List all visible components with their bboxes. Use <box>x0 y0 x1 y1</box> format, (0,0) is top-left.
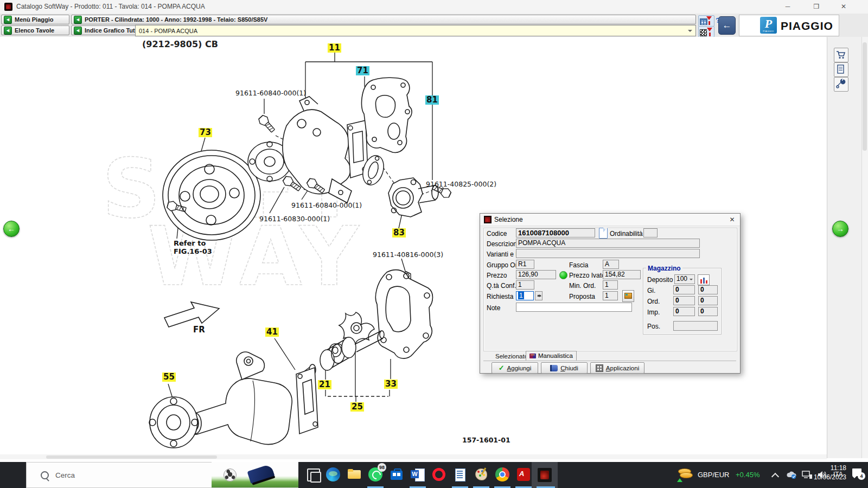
imp-field-2[interactable]: 0 <box>698 307 718 316</box>
taskbar-acrobat-icon[interactable]: A <box>516 467 531 481</box>
pos-field[interactable] <box>673 321 718 331</box>
ord-field-2[interactable]: 0 <box>698 296 718 305</box>
callout-55[interactable]: 55 <box>162 373 176 382</box>
taskbar-word-icon[interactable]: W <box>411 467 425 481</box>
previous-table-button[interactable]: ← <box>3 221 20 237</box>
tab-manualistica[interactable]: Manualistica <box>526 351 577 361</box>
descrizione-field[interactable]: POMPA ACQUA <box>516 239 700 248</box>
taskbar-notes-icon[interactable] <box>453 467 467 481</box>
parts-tools-button[interactable] <box>834 77 848 92</box>
filter-table-button[interactable] <box>698 15 714 27</box>
refer-note-line2: FIG.16-03 <box>174 247 212 255</box>
ordinabilita-field[interactable] <box>643 228 658 237</box>
gi-field-2[interactable]: 0 <box>698 285 718 294</box>
ticker-change[interactable]: +0.45% <box>736 471 760 479</box>
onedrive-cloud-icon[interactable] <box>786 471 797 479</box>
chiudi-button[interactable]: Chiudi <box>541 362 588 374</box>
callout-83[interactable]: 83 <box>392 228 406 237</box>
chevron-down-icon <box>688 30 692 34</box>
task-view-button[interactable] <box>307 468 320 481</box>
deposito-label: Deposito <box>647 276 673 284</box>
taskbar-opera-icon[interactable] <box>432 467 446 481</box>
navigation-toolbar: ◄ Menù Piaggio ◄ Elenco Tavole ◄ PORTER … <box>0 14 868 37</box>
tray-clock-time[interactable]: 11:18 <box>803 464 846 472</box>
brand-panel: P PIAGGIO PIAGGIO <box>739 15 839 36</box>
document-list-button[interactable] <box>834 62 848 77</box>
callout-21[interactable]: 21 <box>318 380 331 389</box>
brand-name: PIAGGIO <box>781 20 833 33</box>
cart-button[interactable] <box>834 48 848 62</box>
notification-center-icon[interactable]: 4 <box>852 467 865 480</box>
filter-icon <box>706 16 712 23</box>
callout-11[interactable]: 11 <box>328 43 341 53</box>
search-highlight-image[interactable] <box>212 462 298 487</box>
prezzo-ivato-field[interactable]: 154,82 <box>603 270 641 279</box>
aggiungi-button[interactable]: ✓ Aggiungi <box>492 362 538 374</box>
back-arrow-button[interactable]: ← <box>718 16 736 35</box>
horizontal-scrollbar-thumb[interactable] <box>46 455 217 459</box>
tab-selezionato[interactable]: Selezionato <box>495 353 528 359</box>
document-page-icon[interactable] <box>599 228 608 239</box>
table-select-combobox[interactable]: 014 - POMPA ACQUA <box>135 25 696 36</box>
product-breadcrumb-button[interactable]: ◄ PORTER - Cilindrata: 1000 - Anno: 1992… <box>71 15 696 24</box>
note-field[interactable] <box>516 303 632 312</box>
close-button[interactable]: ✕ <box>831 0 856 14</box>
codice-label: Codice <box>487 230 507 237</box>
callout-73[interactable]: 73 <box>199 128 212 137</box>
elenco-tavole-button[interactable]: ◄ Elenco Tavole <box>1 25 69 35</box>
green-back-icon: ◄ <box>74 16 82 24</box>
callout-71[interactable]: 71 <box>356 66 369 75</box>
proposta-field[interactable]: 1 <box>603 291 618 300</box>
deposito-select[interactable]: 100 <box>674 274 695 284</box>
cart-icon <box>834 48 847 61</box>
selezione-dialog: Selezione ✕ Codice 1610087108000 Ordinab… <box>480 213 741 374</box>
tray-expand-icon[interactable] <box>773 473 779 477</box>
ord-field-1[interactable]: 0 <box>673 296 695 305</box>
check-icon: ✓ <box>499 364 505 372</box>
min-ord-field[interactable]: 1 <box>603 280 618 290</box>
richiesta-stepper[interactable] <box>535 291 542 300</box>
stock-chart-button[interactable] <box>698 274 710 285</box>
callout-25[interactable]: 25 <box>350 402 364 412</box>
prezzo-field[interactable]: 126,90 <box>516 270 556 279</box>
ticker-pair[interactable]: GBP/EUR <box>698 471 730 479</box>
gi-field-1[interactable]: 0 <box>673 285 695 294</box>
fr-label: FR <box>193 326 205 334</box>
qta-conf-field[interactable]: 1 <box>516 280 534 290</box>
part-code: 91611-40825-000(2) <box>426 180 496 188</box>
fascia-label: Fascia <box>569 261 588 269</box>
taskbar-chrome-icon[interactable] <box>495 467 509 481</box>
dialog-icon <box>484 216 492 223</box>
magazzino-title: Magazzino <box>646 265 682 272</box>
dialog-titlebar[interactable]: Selezione ✕ <box>480 214 740 226</box>
minimize-button[interactable]: ─ <box>775 0 800 14</box>
start-button[interactable] <box>0 462 26 488</box>
vertical-scrollbar-thumb[interactable] <box>863 42 867 151</box>
richiesta-field[interactable]: 1 <box>516 291 534 300</box>
tray-clock-date[interactable]: 10/06/2023 <box>803 473 846 481</box>
applicazioni-button[interactable]: Applicazioni <box>590 362 644 374</box>
ticker-coins-icon[interactable] <box>677 467 693 480</box>
min-ord-label: Min. Ord. <box>569 282 596 290</box>
dialog-close-icon[interactable]: ✕ <box>727 215 737 224</box>
taskbar-store-icon[interactable] <box>390 467 404 481</box>
notification-badge: 4 <box>858 472 865 480</box>
maximize-button[interactable]: ❒ <box>804 0 829 14</box>
callout-81[interactable]: 81 <box>425 95 439 105</box>
taskbar-explorer-icon[interactable] <box>347 467 361 481</box>
next-table-button[interactable]: → <box>832 221 848 237</box>
taskbar-softway-active[interactable] <box>532 462 558 488</box>
package-button[interactable] <box>622 290 634 302</box>
varianti-field[interactable] <box>516 249 700 258</box>
menu-piaggio-button[interactable]: ◄ Menù Piaggio <box>1 15 69 24</box>
taskbar-paint-icon[interactable] <box>474 467 488 481</box>
filter-code-button[interactable] <box>698 26 714 37</box>
codice-field[interactable]: 1610087108000 <box>516 228 595 237</box>
imp-field-1[interactable]: 0 <box>673 307 695 316</box>
stepper-down-icon[interactable] <box>537 295 541 299</box>
gi-label: Gi. <box>647 287 655 294</box>
callout-41[interactable]: 41 <box>265 328 279 337</box>
gruppo-field[interactable]: R1 <box>516 260 534 269</box>
callout-33[interactable]: 33 <box>384 380 398 389</box>
taskbar-edge-icon[interactable] <box>326 467 340 481</box>
